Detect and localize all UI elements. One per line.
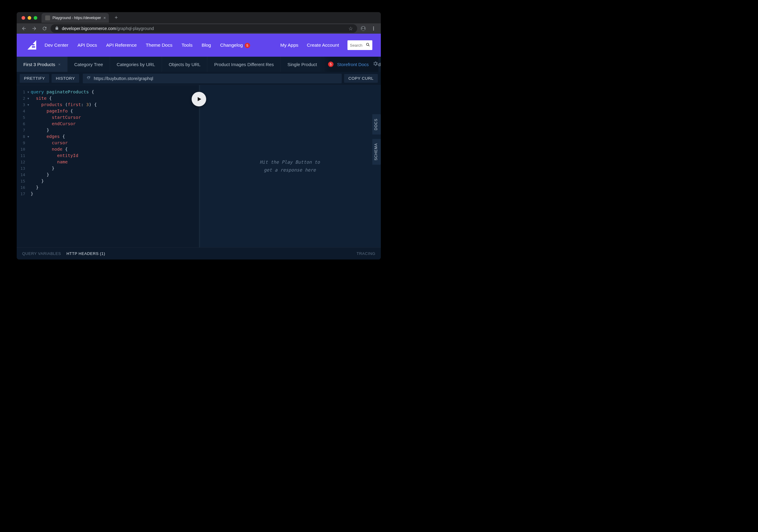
bigcommerce-logo-icon (26, 40, 37, 50)
toolbar: PRETTIFY HISTORY https://buybutton.store… (17, 72, 381, 85)
lock-icon (55, 26, 59, 31)
tab-close-icon[interactable]: × (58, 62, 61, 67)
window-close-icon[interactable] (21, 16, 25, 20)
bottom-bar: QUERY VARIABLES HTTP HEADERS (1) TRACING (17, 248, 381, 259)
new-tab-button[interactable]: + (112, 14, 121, 22)
nav-link-api-docs[interactable]: API Docs (77, 43, 97, 48)
http-headers-tab[interactable]: HTTP HEADERS (1) (66, 251, 105, 256)
browser-tab-title: Playground - https://developer (52, 16, 101, 20)
nav-link-blog[interactable]: Blog (202, 43, 211, 48)
svg-line-9 (368, 45, 369, 46)
nav-link-theme-docs[interactable]: Theme Docs (146, 43, 173, 48)
storefront-docs-link[interactable]: Storefront Docs (337, 62, 369, 67)
query-variables-tab[interactable]: QUERY VARIABLES (22, 251, 61, 256)
playground-tab[interactable]: Single Product (281, 57, 324, 72)
storefront-badge: 5 (328, 61, 333, 67)
svg-point-8 (366, 43, 369, 46)
svg-point-3 (373, 28, 374, 29)
playground-tab[interactable]: Categories by URL (110, 57, 162, 72)
url-text: developer.bigcommerce.com/graphql-playgr… (62, 26, 345, 31)
code-content[interactable]: query paginateProducts { site { products… (26, 85, 199, 248)
copy-curl-button[interactable]: COPY CURL (344, 74, 378, 83)
svg-rect-6 (32, 44, 35, 46)
prettify-button[interactable]: PRETTIFY (20, 74, 49, 83)
tab-strip: Playground - https://developer × + (17, 12, 381, 23)
nav-link-api-reference[interactable]: API Reference (106, 43, 137, 48)
header-right: My Apps Create Account (281, 40, 372, 50)
docs-tab[interactable]: DOCS (372, 114, 381, 135)
create-account-link[interactable]: Create Account (307, 43, 339, 48)
line-gutter: 1▼2▼3▼45678▼91011121314151617 (17, 85, 26, 248)
browser-window: Playground - https://developer × + devel… (17, 12, 381, 259)
bookmark-star-icon[interactable]: ☆ (348, 25, 353, 32)
site-header: Dev CenterAPI DocsAPI ReferenceTheme Doc… (17, 34, 381, 57)
back-button[interactable] (20, 24, 28, 33)
favicon-icon (45, 16, 50, 20)
response-placeholder: Hit the Play Button to get a response he… (259, 158, 320, 174)
window-zoom-icon[interactable] (34, 16, 37, 20)
address-bar-row: developer.bigcommerce.com/graphql-playgr… (17, 23, 381, 34)
svg-rect-7 (32, 47, 35, 48)
editor-area: 1▼2▼3▼45678▼91011121314151617 query pagi… (17, 85, 381, 248)
side-tabs: DOCS SCHEMA (372, 114, 381, 165)
svg-point-2 (373, 27, 374, 28)
forward-button[interactable] (30, 24, 39, 33)
history-button[interactable]: HISTORY (52, 74, 79, 83)
svg-point-1 (362, 27, 364, 28)
playground-tabs: First 3 Products×Category TreeCategories… (17, 57, 381, 72)
changelog-badge: 5 (245, 43, 250, 48)
nav-link-changelog[interactable]: Changelog5 (220, 43, 250, 48)
settings-gear-icon[interactable] (372, 61, 378, 68)
reload-button[interactable] (40, 24, 49, 33)
traffic-lights (21, 16, 37, 20)
tracing-tab[interactable]: TRACING (357, 251, 375, 256)
browser-menu-button[interactable] (369, 24, 378, 33)
svg-marker-10 (198, 97, 201, 101)
search-input[interactable] (350, 43, 364, 48)
profile-button[interactable] (359, 24, 367, 33)
address-bar[interactable]: developer.bigcommerce.com/graphql-playgr… (51, 24, 357, 33)
tabs-overlay-right: 5 Storefront Docs (319, 57, 378, 72)
nav-link-dev-center[interactable]: Dev Center (45, 43, 68, 48)
search-icon[interactable] (366, 43, 370, 48)
nav-link-tools[interactable]: Tools (182, 43, 192, 48)
endpoint-reload-icon[interactable] (86, 76, 91, 81)
playground-tab[interactable]: Category Tree (67, 57, 110, 72)
playground-tab[interactable]: Product Images Different Res (207, 57, 280, 72)
header-nav: Dev CenterAPI DocsAPI ReferenceTheme Doc… (45, 43, 250, 48)
my-apps-link[interactable]: My Apps (281, 43, 298, 48)
run-query-button[interactable] (191, 92, 206, 106)
browser-chrome: Playground - https://developer × + devel… (17, 12, 381, 34)
playground-tab[interactable]: Objects by URL (162, 57, 207, 72)
endpoint-url: https://buybutton.store/graphql (94, 76, 153, 81)
app: Dev CenterAPI DocsAPI ReferenceTheme Doc… (17, 34, 381, 259)
window-minimize-icon[interactable] (28, 16, 31, 20)
response-pane: Hit the Play Button to get a response he… (199, 85, 381, 248)
playground-tab[interactable]: First 3 Products× (17, 57, 67, 72)
browser-tab[interactable]: Playground - https://developer × (42, 13, 109, 23)
schema-tab[interactable]: SCHEMA (372, 139, 381, 165)
query-editor[interactable]: 1▼2▼3▼45678▼91011121314151617 query pagi… (17, 85, 199, 248)
pane-resize-handle[interactable] (199, 85, 200, 248)
tab-close-icon[interactable]: × (103, 16, 106, 20)
svg-point-4 (373, 29, 374, 30)
search-box[interactable] (347, 40, 372, 50)
endpoint-input[interactable]: https://buybutton.store/graphql (83, 74, 342, 83)
